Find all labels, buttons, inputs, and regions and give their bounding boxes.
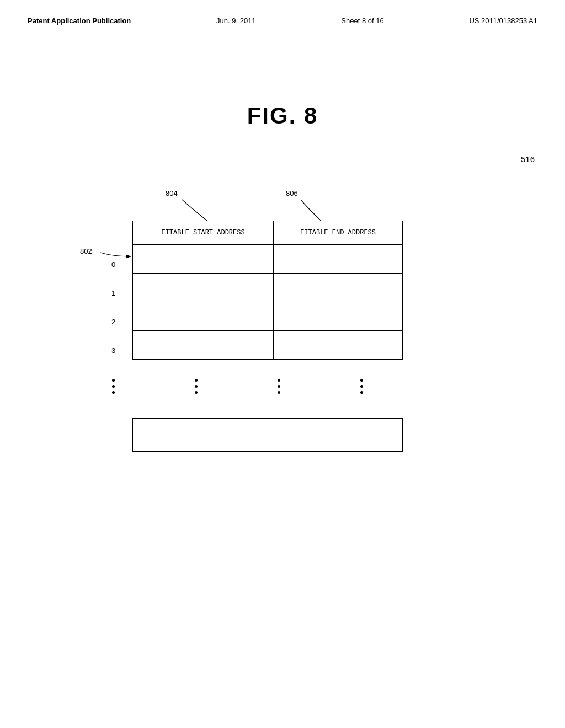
dot	[278, 391, 280, 394]
row0-col2	[274, 245, 403, 274]
dot	[360, 385, 363, 388]
row0-col1	[133, 245, 274, 274]
publication-label: Patent Application Publication	[28, 17, 131, 25]
main-table: EITABLE_START_ADDRESS EITABLE_END_ADDRES…	[132, 221, 403, 360]
table-row	[133, 245, 403, 274]
dot	[195, 379, 198, 382]
last-row-col2	[268, 419, 403, 452]
last-row-col1	[133, 419, 268, 452]
dot	[195, 391, 198, 394]
dot	[112, 385, 115, 388]
col2-header: EITABLE_END_ADDRESS	[274, 221, 403, 245]
row-label-1: 1	[111, 279, 115, 307]
ref-516-label: 516	[521, 154, 535, 164]
row1-col2	[274, 274, 403, 302]
dot	[195, 385, 198, 388]
row2-col1	[133, 302, 274, 331]
table-row	[133, 274, 403, 302]
table-row	[133, 331, 403, 360]
sheet-label: Sheet 8 of 16	[341, 17, 383, 25]
table-wrapper: EITABLE_START_ADDRESS EITABLE_END_ADDRES…	[132, 221, 403, 360]
ref-806-label: 806	[286, 189, 298, 197]
row1-col1	[133, 274, 274, 302]
row-label-2: 2	[111, 307, 115, 336]
row-numbers: 0 1 2 3	[111, 250, 115, 365]
dot	[112, 391, 115, 394]
row2-col2	[274, 302, 403, 331]
ref-804-label: 804	[166, 189, 178, 197]
figure-title-section: FIG. 8	[0, 103, 565, 129]
page: Patent Application Publication Jun. 9, 2…	[0, 0, 565, 728]
date-label: Jun. 9, 2011	[216, 17, 256, 25]
row-label-0: 0	[111, 250, 115, 279]
row3-col1	[133, 331, 274, 360]
row3-col2	[274, 331, 403, 360]
patent-number-label: US 2011/0138253 A1	[469, 17, 537, 25]
dot	[360, 391, 363, 394]
dots-col-center-right	[278, 379, 280, 394]
dot	[278, 379, 280, 382]
table-header-row: EITABLE_START_ADDRESS EITABLE_END_ADDRES…	[133, 221, 403, 245]
dots-col-left	[112, 379, 115, 394]
last-table-row	[133, 419, 403, 452]
dot	[112, 379, 115, 382]
dots-col-center-left	[195, 379, 198, 394]
dots-col-right	[360, 379, 363, 394]
row-label-3: 3	[111, 336, 115, 365]
dots-section	[72, 373, 403, 399]
last-row-table	[132, 418, 403, 452]
table-row	[133, 302, 403, 331]
dot	[278, 385, 280, 388]
page-header: Patent Application Publication Jun. 9, 2…	[0, 0, 565, 36]
ref-802-label: 802	[80, 247, 92, 255]
figure-title: FIG. 8	[247, 103, 318, 129]
col1-header: EITABLE_START_ADDRESS	[133, 221, 274, 245]
dot	[360, 379, 363, 382]
